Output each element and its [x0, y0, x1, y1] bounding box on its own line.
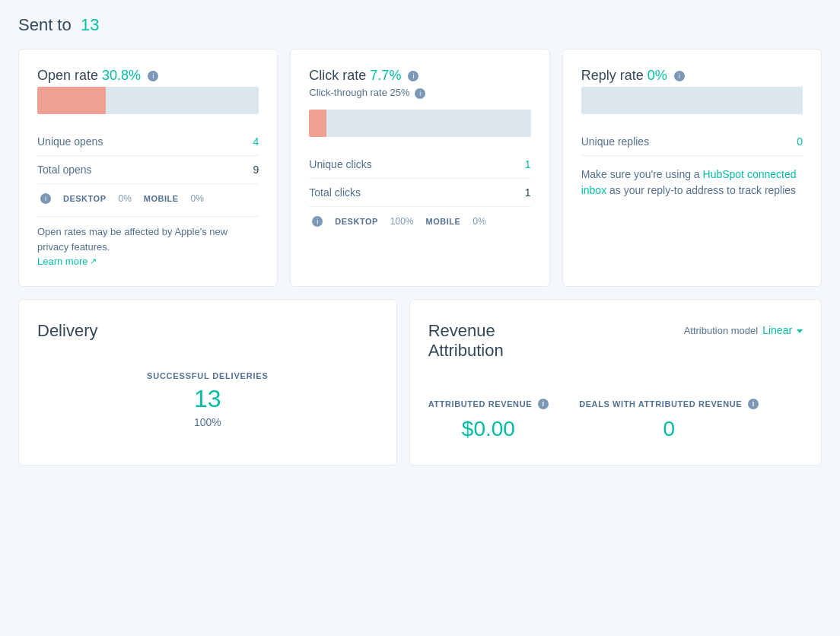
open-mobile-label: MOBILE [144, 194, 179, 203]
unique-clicks-row: Unique clicks 1 [309, 151, 530, 179]
deals-label: DEALS WITH ATTRIBUTED REVENUE i [579, 399, 759, 409]
sent-to-label: Sent to [18, 15, 72, 34]
open-desktop-label: DESKTOP [63, 194, 106, 203]
click-rate-title: Click rate 7.7% i [309, 68, 530, 84]
open-rate-progress-bar [37, 87, 259, 114]
metrics-cards-row: Open rate 30.8% i Unique opens 4 Total o… [18, 49, 822, 287]
open-desktop-pct: 0% [118, 193, 131, 204]
open-mobile-pct: 0% [191, 193, 204, 204]
total-clicks-value: 1 [525, 186, 531, 199]
revenue-attribution-card: Revenue Attribution Attribution model Li… [409, 299, 822, 466]
attributed-revenue-label: ATTRIBUTED REVENUE i [428, 399, 549, 409]
delivery-title: Delivery [37, 321, 378, 341]
total-clicks-row: Total clicks 1 [309, 179, 530, 207]
click-desktop-pct: 100% [390, 216, 414, 227]
click-rate-progress-bar [309, 110, 530, 137]
click-rate-card: Click rate 7.7% i Click-through rate 25%… [290, 49, 549, 287]
sent-to-header: Sent to 13 [18, 15, 822, 35]
unique-clicks-value: 1 [525, 158, 531, 170]
open-device-info-icon[interactable]: i [40, 193, 51, 204]
privacy-note: Open rates may be affected by Apple's ne… [37, 224, 259, 254]
click-device-info-icon[interactable]: i [312, 216, 323, 227]
attribution-model-dropdown[interactable]: Linear [762, 324, 803, 336]
open-rate-info-icon[interactable]: i [148, 71, 158, 81]
revenue-title: Revenue Attribution [428, 321, 504, 361]
click-rate-fill [309, 110, 326, 137]
total-opens-value: 9 [253, 164, 259, 176]
unique-clicks-label: Unique clicks [309, 158, 371, 170]
bottom-cards-row: Delivery SUCCESSFUL DELIVERIES 13 100% R… [18, 299, 822, 466]
click-mobile-pct: 0% [473, 216, 485, 227]
total-opens-label: Total opens [37, 164, 92, 176]
unique-replies-label: Unique replies [581, 135, 650, 148]
attribution-model-chevron-icon [797, 329, 803, 333]
successful-deliveries-label: SUCCESSFUL DELIVERIES [37, 371, 378, 380]
reply-rate-title: Reply rate 0% i [581, 68, 803, 84]
open-device-row: i DESKTOP 0% MOBILE 0% [37, 184, 259, 213]
external-link-icon: ↗ [90, 256, 97, 266]
delivery-card: Delivery SUCCESSFUL DELIVERIES 13 100% [18, 299, 397, 466]
open-rate-title: Open rate 30.8% i [37, 68, 259, 84]
reply-rate-info-icon[interactable]: i [674, 71, 685, 81]
deals-value: 0 [579, 417, 759, 441]
open-rate-fill [37, 87, 106, 114]
attribution-model-selector: Attribution model Linear [684, 324, 803, 336]
revenue-metrics: ATTRIBUTED REVENUE i $0.00 DEALS WITH AT… [428, 399, 803, 441]
click-rate-info-icon[interactable]: i [408, 71, 418, 81]
unique-replies-row: Unique replies 0 [581, 128, 803, 156]
click-mobile-label: MOBILE [426, 217, 461, 226]
sent-to-count: 13 [81, 15, 99, 34]
revenue-card-header: Revenue Attribution Attribution model Li… [428, 321, 803, 376]
click-through-label: Click-through rate 25% i [309, 87, 530, 99]
reply-note: Make sure you're using a HubSpot connect… [581, 167, 803, 199]
click-desktop-label: DESKTOP [335, 217, 377, 226]
reply-rate-card: Reply rate 0% i Unique replies 0 Make su… [562, 49, 822, 287]
successful-deliveries-pct: 100% [37, 416, 378, 428]
open-rate-card: Open rate 30.8% i Unique opens 4 Total o… [18, 49, 278, 287]
learn-more-link[interactable]: Learn more ↗ [37, 256, 97, 267]
unique-opens-label: Unique opens [37, 135, 103, 148]
unique-replies-value: 0 [797, 135, 803, 148]
reply-rate-progress-bar [581, 87, 803, 114]
successful-deliveries-value: 13 [37, 385, 378, 413]
successful-deliveries-metric: SUCCESSFUL DELIVERIES 13 100% [37, 356, 378, 444]
attributed-revenue-info-icon[interactable]: i [538, 399, 549, 409]
attribution-model-label: Attribution model [684, 325, 759, 336]
attributed-revenue-value: $0.00 [428, 417, 549, 441]
deals-info-icon[interactable]: i [748, 399, 759, 409]
unique-opens-row: Unique opens 4 [37, 128, 259, 156]
attributed-revenue-metric: ATTRIBUTED REVENUE i $0.00 [428, 399, 549, 441]
total-clicks-label: Total clicks [309, 186, 361, 199]
deals-metric: DEALS WITH ATTRIBUTED REVENUE i 0 [579, 399, 759, 441]
click-through-info-icon[interactable]: i [415, 88, 425, 99]
click-device-row: i DESKTOP 100% MOBILE 0% [309, 207, 530, 236]
total-opens-row: Total opens 9 [37, 156, 259, 184]
unique-opens-value: 4 [253, 135, 259, 148]
